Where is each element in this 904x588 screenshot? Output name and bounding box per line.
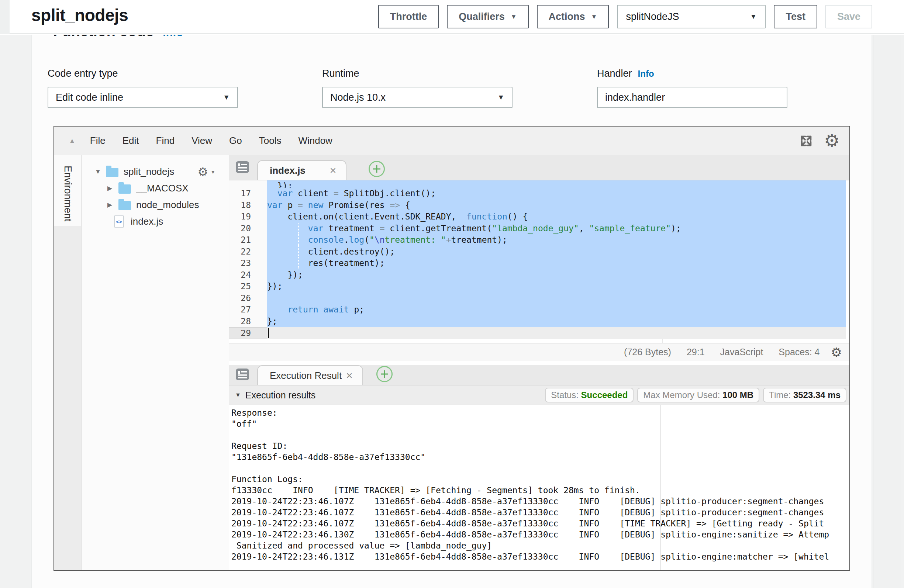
execution-output-pane[interactable]: Response:"off" Request ID:"131e865f-6eb4… — [229, 405, 849, 570]
tree-settings-gear-icon[interactable]: ⚙▼ — [198, 166, 215, 178]
tab-execution-result[interactable]: Execution Result × — [257, 365, 363, 385]
tab-index-js[interactable]: index.js × — [257, 160, 346, 180]
log-line: 2019-10-24T22:23:46.131Z 131e865f-6eb4-4… — [231, 551, 849, 562]
log-line — [231, 463, 849, 474]
caret-expanded-icon[interactable]: ▼ — [95, 168, 106, 175]
code-line-text: }; — [267, 316, 846, 327]
menu-file[interactable]: File — [90, 135, 106, 147]
code-editor-pane[interactable]: });17 var client = SplitObj.client();18v… — [229, 180, 849, 343]
menu-edit[interactable]: Edit — [123, 135, 139, 147]
test-event-select[interactable]: splitNodeJS▼ — [617, 5, 766, 28]
runtime-field: Runtime Node.js 10.x ▼ — [322, 68, 512, 108]
code-line-22[interactable]: 22 client.destroy(); — [229, 246, 849, 258]
code-line-26[interactable]: 26 — [229, 292, 849, 304]
log-line: f13330cc INFO [TIME TRACKER] => [Fetchin… — [231, 485, 849, 496]
code-line-17[interactable]: 17 var client = SplitObj.client(); — [229, 188, 849, 199]
handler-info-link[interactable]: Info — [638, 69, 654, 79]
statusbar-gear-icon[interactable]: ⚙ — [831, 346, 842, 359]
handler-input[interactable] — [605, 92, 779, 103]
handler-field: Handler Info — [597, 68, 787, 108]
code-line-18[interactable]: 18var p = new Promise(res => { — [229, 199, 849, 211]
code-line-text: res(treatment); — [267, 258, 846, 269]
actions-button[interactable]: Actions▼ — [537, 5, 609, 28]
code-line-24[interactable]: 24 }); — [229, 269, 849, 281]
environment-tab[interactable]: Environment — [54, 155, 81, 226]
close-icon[interactable]: × — [330, 164, 337, 177]
tree-item-node_modules[interactable]: ▶node_modules — [82, 197, 229, 213]
result-badge: Max Memory Used: 100 MB — [637, 388, 759, 403]
fullscreen-icon[interactable] — [798, 133, 814, 149]
save-button[interactable]: Save — [825, 5, 872, 28]
code-tabbar: index.js × — [229, 155, 849, 180]
status-items: (726 Bytes)29:1JavaScriptSpaces: 4 — [624, 347, 820, 357]
new-tab-plus-icon[interactable] — [368, 161, 385, 177]
tree-item-label: index.js — [131, 216, 163, 227]
text-cursor — [268, 328, 269, 338]
code-line-19[interactable]: 19 client.on(client.Event.SDK_READY, fun… — [229, 211, 849, 223]
file-size-status[interactable]: (726 Bytes) — [624, 347, 671, 357]
log-line: 2019-10-24T22:23:46.107Z 131e865f-6eb4-4… — [231, 507, 849, 518]
gutter-line-number: 28 — [229, 316, 267, 327]
code-line-text: }); — [267, 281, 846, 292]
log-line — [231, 429, 849, 441]
collapse-results-icon[interactable]: ▼ — [235, 392, 241, 398]
log-line: Function Logs: — [231, 474, 849, 485]
tree-item-index.js[interactable]: <>index.js — [82, 213, 229, 230]
caret-collapsed-icon[interactable]: ▶ — [107, 201, 119, 209]
log-line: Sanitized and processed value => [lambda… — [231, 540, 849, 551]
tab-list-icon[interactable] — [235, 367, 250, 383]
function-code-card: Function codeInfo Code entry type Edit c… — [32, 35, 872, 588]
chevron-down-icon: ▼ — [510, 13, 517, 21]
left-edge-strip — [0, 0, 9, 34]
code-entry-type-label: Code entry type — [47, 68, 238, 79]
menu-go[interactable]: Go — [229, 135, 242, 147]
code-line-27[interactable]: 27 return await p; — [229, 304, 849, 316]
editor-settings-gear-icon[interactable]: ⚙ — [824, 132, 840, 150]
code-line-text: }); — [267, 180, 846, 188]
tree-item-split_nodejs[interactable]: ▼split_nodejs⚙▼ — [82, 163, 229, 180]
code-line-29[interactable]: 29 — [229, 327, 849, 339]
code-line-28[interactable]: 28}; — [229, 316, 849, 327]
gutter-line-number: 25 — [229, 281, 267, 292]
page-header: split_nodejs Throttle Qualifiers▼ Action… — [0, 0, 904, 34]
collapse-menubar-icon[interactable]: ▲ — [69, 137, 75, 145]
gutter-line-number: 23 — [229, 258, 267, 269]
result-tabbar: Execution Result × — [229, 361, 849, 386]
code-line-20[interactable]: 20 var treatment = client.getTreatment("… — [229, 223, 849, 235]
runtime-select[interactable]: Node.js 10.x ▼ — [322, 87, 512, 108]
gutter-line-number: 20 — [229, 223, 267, 235]
tree-item-label: split_nodejs — [123, 166, 174, 177]
cursor-position-status[interactable]: 29:1 — [687, 347, 705, 357]
runtime-label: Runtime — [322, 68, 512, 79]
test-button[interactable]: Test — [774, 5, 817, 28]
log-line: "off" — [231, 418, 849, 429]
code-line-21[interactable]: 21 console.log("\ntreatment: "+treatment… — [229, 234, 849, 246]
code-line-23[interactable]: 23 res(treatment); — [229, 258, 849, 269]
menu-tools[interactable]: Tools — [259, 135, 281, 147]
tree-item-__macosx[interactable]: ▶__MACOSX — [82, 180, 229, 197]
tab-list-icon[interactable] — [235, 160, 250, 176]
gutter-line-number: 27 — [229, 304, 267, 316]
code-entry-type-field: Code entry type Edit code inline ▼ — [47, 68, 238, 108]
caret-collapsed-icon[interactable]: ▶ — [107, 185, 119, 192]
code-entry-type-select[interactable]: Edit code inline ▼ — [47, 87, 238, 108]
menu-view[interactable]: View — [191, 135, 212, 147]
code-line-text: var treatment = client.getTreatment("lam… — [267, 223, 846, 235]
menu-find[interactable]: Find — [156, 135, 175, 147]
handler-input-wrap — [597, 87, 787, 108]
close-icon[interactable]: × — [346, 369, 353, 382]
throttle-button[interactable]: Throttle — [378, 5, 439, 28]
result-badges: Status: SucceededMax Memory Used: 100 MB… — [545, 388, 846, 403]
menu-window[interactable]: Window — [298, 135, 332, 147]
lambda-function-page: split_nodejs Throttle Qualifiers▼ Action… — [0, 0, 904, 588]
qualifiers-button[interactable]: Qualifiers▼ — [447, 5, 528, 28]
code-line-text — [267, 327, 846, 339]
gutter-line-number: 19 — [229, 211, 267, 223]
code-line[interactable]: }); — [229, 180, 849, 188]
new-tab-plus-icon[interactable] — [376, 366, 393, 382]
log-line: Response: — [231, 407, 849, 418]
indentation-status[interactable]: Spaces: 4 — [779, 347, 820, 357]
language-mode-status[interactable]: JavaScript — [720, 347, 763, 357]
page-body: Function codeInfo Code entry type Edit c… — [0, 35, 904, 588]
code-line-25[interactable]: 25}); — [229, 281, 849, 292]
